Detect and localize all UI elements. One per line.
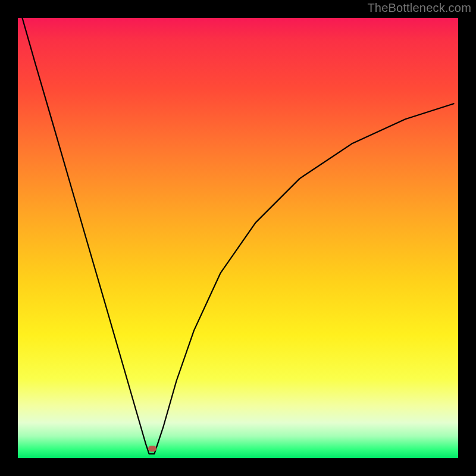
outer-frame: TheBottleneck.com — [0, 0, 476, 476]
curve-path — [22, 18, 453, 454]
optimum-marker — [148, 446, 156, 452]
plot-area — [18, 18, 458, 458]
bottleneck-curve — [18, 18, 458, 458]
watermark-text: TheBottleneck.com — [367, 1, 471, 15]
